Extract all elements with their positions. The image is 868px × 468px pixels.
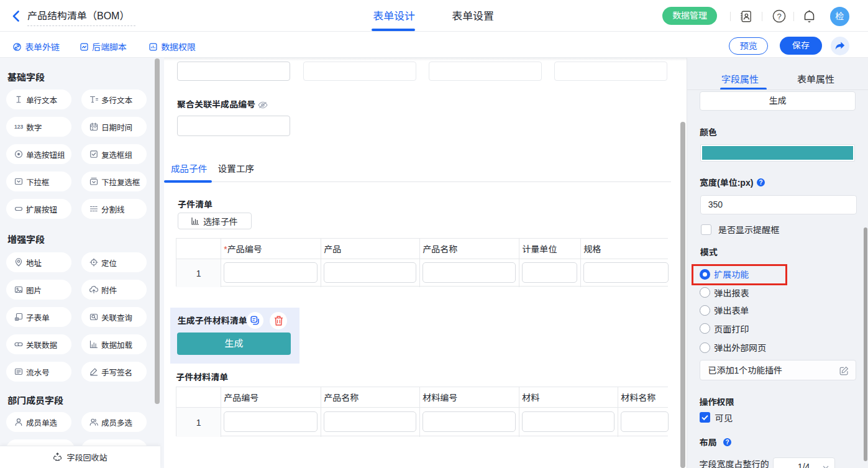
svg-text:?: ?	[777, 12, 781, 21]
